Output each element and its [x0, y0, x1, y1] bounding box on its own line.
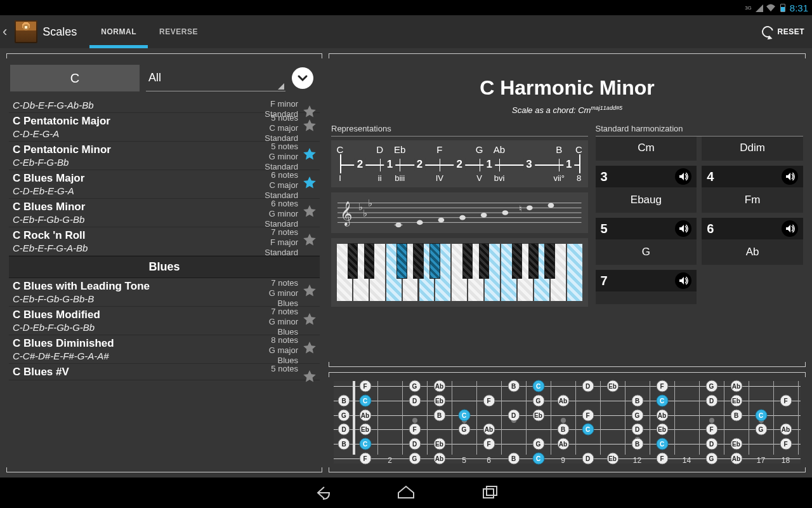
piano-black-key[interactable] [462, 243, 473, 278]
fretboard-note[interactable]: Ab [730, 380, 742, 392]
fretboard-note[interactable]: C [359, 394, 371, 406]
staff-notation[interactable]: 𝄞 ♭ ♭ ♭ [331, 192, 588, 233]
piano-black-key[interactable] [479, 243, 490, 278]
fretboard-note[interactable]: B [338, 394, 350, 406]
chord-card[interactable]: 3Ebaug [596, 166, 697, 213]
favorite-button[interactable] [302, 147, 317, 162]
chord-card[interactable]: 1Cm [596, 136, 697, 161]
favorite-button[interactable] [302, 232, 317, 248]
fretboard-note[interactable]: Ab [359, 409, 371, 421]
scale-list-item[interactable]: C Blues #V5 notes [9, 364, 320, 380]
fretboard-note[interactable]: F [780, 438, 792, 450]
back-icon[interactable]: ‹ [1, 23, 10, 40]
fretboard-note[interactable]: B [338, 438, 350, 450]
fretboard-note[interactable]: G [631, 409, 643, 421]
fretboard-note[interactable]: G [338, 409, 350, 421]
favorite-button[interactable] [302, 340, 317, 356]
reset-button[interactable]: RESET [762, 26, 812, 37]
piano-black-key[interactable] [396, 243, 407, 278]
piano-black-key[interactable] [544, 243, 555, 278]
collapse-button[interactable] [292, 67, 313, 89]
fretboard-note[interactable]: B [730, 409, 742, 421]
scale-list-item[interactable]: C Pentatonic MinorC-Eb-F-G-Bb5 notesG mi… [9, 142, 320, 170]
fretboard-note[interactable]: C [656, 438, 668, 450]
favorite-button[interactable] [302, 369, 317, 384]
nav-recent-button[interactable] [480, 483, 500, 503]
piano-black-key[interactable] [348, 243, 358, 278]
scale-list[interactable]: C-Db-E-F-G-Ab-BbF minorStandardC Pentato… [9, 99, 320, 467]
fretboard-note[interactable]: Eb [433, 394, 445, 406]
piano-black-key[interactable] [528, 243, 539, 278]
piano-keyboard[interactable] [331, 238, 588, 307]
fretboard-note[interactable]: Ab [557, 394, 569, 406]
nav-back-button[interactable] [312, 483, 332, 503]
fretboard-note[interactable]: G [532, 394, 544, 406]
play-chord-button[interactable] [675, 168, 691, 185]
fretboard-note[interactable]: Ab [656, 409, 668, 421]
fretboard-note[interactable]: G [409, 380, 421, 392]
fretboard-note[interactable]: Eb [606, 380, 619, 392]
piano-black-key[interactable] [413, 243, 424, 278]
chord-card[interactable]: 5G [596, 218, 697, 265]
scale-list-item[interactable]: C Blues ModifiedC-D-Eb-F-Gb-G-Bb7 notesG… [9, 307, 320, 335]
fretboard-note[interactable]: C [656, 394, 668, 406]
key-selector[interactable]: C [10, 65, 140, 91]
fretboard-note[interactable]: C [532, 380, 544, 392]
fretboard-note[interactable]: Eb [532, 409, 544, 421]
fretboard-note[interactable]: C [532, 453, 544, 465]
fretboard-note[interactable]: Ab [730, 453, 742, 465]
scale-list-item[interactable]: C Rock 'n RollC-Eb-E-F-G-A-Bb7 notesF ma… [9, 227, 320, 256]
chord-card[interactable]: 4Fm [702, 166, 803, 213]
fretboard-note[interactable]: F [656, 380, 668, 392]
fretboard-note[interactable]: D [631, 424, 643, 436]
fretboard-note[interactable]: D [705, 394, 717, 406]
fretboard-note[interactable]: Eb [656, 424, 668, 436]
favorite-button[interactable] [302, 312, 317, 327]
nav-home-button[interactable] [396, 483, 416, 503]
piano-black-key[interactable] [429, 243, 440, 278]
fretboard-note[interactable]: Ab [780, 424, 792, 436]
fretboard-note[interactable]: Eb [730, 438, 742, 450]
scale-list-item[interactable]: C Blues with Leading ToneC-Eb-F-Gb-G-Bb-… [9, 278, 320, 307]
fretboard-note[interactable]: D [409, 438, 421, 450]
fretboard-note[interactable]: Ab [557, 438, 569, 450]
scale-list-item[interactable]: C Blues MinorC-Eb-F-Gb-G-Bb6 notesG mino… [9, 199, 320, 227]
fretboard-note[interactable]: Eb [730, 394, 742, 406]
fretboard-note[interactable]: G [458, 424, 470, 436]
fretboard-note[interactable]: D [508, 409, 520, 421]
piano-white-key[interactable] [566, 243, 583, 302]
fretboard-note[interactable]: D [338, 424, 350, 436]
piano-black-key[interactable] [512, 243, 523, 278]
piano-black-key[interactable] [364, 243, 375, 278]
play-chord-button[interactable] [782, 168, 798, 185]
favorite-button[interactable] [302, 118, 317, 133]
category-dropdown[interactable]: All [146, 65, 285, 91]
fretboard-note[interactable]: D [582, 380, 594, 392]
play-chord-button[interactable] [675, 272, 691, 289]
tab-normal[interactable]: NORMAL [89, 15, 148, 48]
fretboard-note[interactable]: Eb [606, 453, 619, 465]
play-chord-button[interactable] [675, 220, 691, 237]
fretboard-note[interactable]: Ab [483, 424, 495, 436]
tab-reverse[interactable]: REVERSE [148, 15, 209, 48]
scale-list-item[interactable]: C Blues MajorC-D-Eb-E-G-A6 notesC majorS… [9, 170, 320, 199]
fretboard-note[interactable]: B [508, 453, 520, 465]
chord-card[interactable]: 2Ddim [702, 136, 803, 161]
fretboard-note[interactable]: C [582, 424, 594, 436]
fretboard-note[interactable]: F [483, 438, 495, 450]
favorite-button[interactable] [302, 175, 317, 190]
scale-list-item[interactable]: C-Db-E-F-G-Ab-BbF minorStandard [9, 99, 320, 113]
interval-graph[interactable]: CDEbFGAbBC2122131IiibiiiIVVbvivii°8 [331, 140, 588, 187]
fretboard-note[interactable]: F [780, 394, 792, 406]
chord-card[interactable]: 6Ab [702, 218, 803, 265]
fretboard-note[interactable]: G [705, 453, 717, 465]
fretboard-note[interactable]: D [705, 438, 717, 450]
chord-card[interactable]: 7 [596, 270, 697, 304]
fretboard-note[interactable]: F [359, 453, 371, 465]
fretboard-note[interactable]: F [582, 409, 594, 421]
fretboard-note[interactable]: B [631, 438, 643, 450]
fretboard-note[interactable]: B [631, 394, 643, 406]
fretboard-note[interactable]: C [359, 438, 371, 450]
fretboard-note[interactable]: G [532, 438, 544, 450]
fretboard-note[interactable]: G [409, 453, 421, 465]
